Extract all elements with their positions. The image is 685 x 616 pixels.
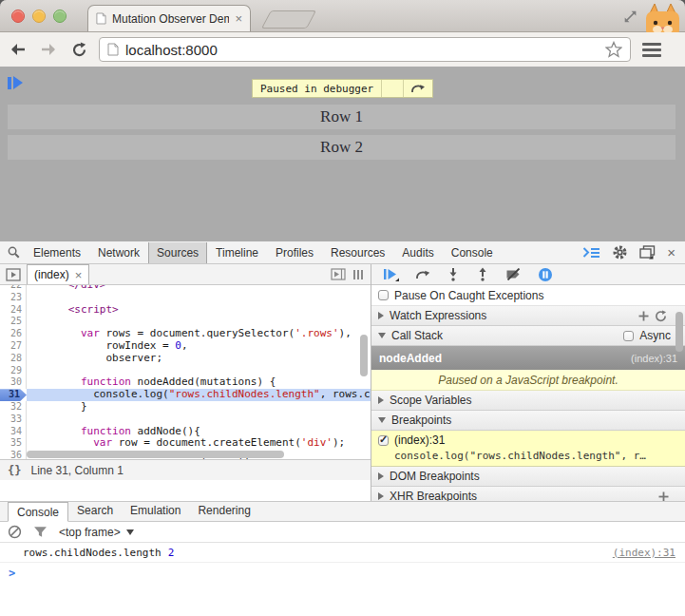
- devtools-tab-elements[interactable]: Elements: [25, 242, 89, 263]
- drawer-tab-rendering[interactable]: Rendering: [189, 501, 258, 521]
- address-bar[interactable]: localhost:8000: [99, 37, 631, 62]
- pretty-print-icon[interactable]: {}: [8, 464, 21, 477]
- code-line-28[interactable]: observer;: [27, 353, 371, 365]
- new-tab-button[interactable]: [261, 10, 316, 29]
- gutter-line-34[interactable]: 34: [0, 426, 27, 438]
- gutter-line-29[interactable]: 29: [0, 365, 27, 377]
- dock-side-icon[interactable]: [639, 245, 656, 260]
- tab-strip: Mutation Observer Demo ×: [0, 0, 685, 32]
- console-drawer-toggle-icon[interactable]: [582, 246, 600, 259]
- breakpoints-header[interactable]: Breakpoints: [371, 411, 685, 431]
- watch-expressions-label: Watch Expressions: [390, 309, 486, 322]
- devtools-close-icon[interactable]: ×: [667, 245, 675, 260]
- chrome-menu-icon[interactable]: [642, 43, 661, 57]
- resume-button[interactable]: [383, 268, 399, 281]
- breakpoint-marker-line-31[interactable]: 31: [0, 389, 27, 401]
- breakpoint-checkbox[interactable]: [378, 435, 389, 446]
- chevron-right-icon: [378, 492, 384, 500]
- file-tab-index[interactable]: (index) ×: [27, 264, 89, 284]
- console-drawer: Console Search Emulation Rendering <top …: [0, 501, 685, 616]
- code-line-24[interactable]: <script>: [27, 304, 371, 317]
- step-into-button[interactable]: [447, 267, 460, 281]
- gutter-line-32[interactable]: 32: [0, 401, 27, 414]
- bookmark-star-icon[interactable]: [605, 41, 622, 58]
- devtools-tab-profiles[interactable]: Profiles: [267, 242, 322, 263]
- deactivate-breakpoints-button[interactable]: [505, 268, 522, 280]
- gutter-line-36[interactable]: 36: [0, 450, 27, 459]
- zoom-window-button[interactable]: [53, 10, 67, 23]
- close-window-button[interactable]: [11, 10, 25, 23]
- async-checkbox[interactable]: [623, 331, 634, 341]
- editor-horizontal-scrollbar[interactable]: [27, 451, 357, 458]
- gutter-line-35[interactable]: 35: [0, 437, 27, 450]
- chevron-down-icon: [126, 529, 134, 535]
- chevron-right-icon: [378, 396, 384, 404]
- gutter-line-22[interactable]: 22: [0, 285, 27, 292]
- frame-selector[interactable]: <top frame>: [59, 526, 134, 539]
- console-log-row[interactable]: rows.childNodes.length 2 (index):31: [0, 543, 685, 563]
- gutter-line-24[interactable]: 24: [0, 304, 27, 317]
- call-stack-header[interactable]: Call Stack Async: [371, 326, 685, 346]
- step-out-button[interactable]: [476, 267, 489, 281]
- tab-title: Mutation Observer Demo: [112, 12, 229, 26]
- reload-button[interactable]: [67, 37, 91, 62]
- resume-script-icon[interactable]: [404, 80, 432, 97]
- navigator-toggle-icon[interactable]: [6, 268, 21, 281]
- code-line-32[interactable]: }: [27, 401, 371, 414]
- sidebar-scrollbar[interactable]: [675, 312, 683, 352]
- devtools-tab-audits[interactable]: Audits: [393, 242, 442, 263]
- breakpoint-entry[interactable]: (index):31 console.log("rows.childNodes.…: [371, 431, 685, 467]
- paused-banner-text: Paused in debugger: [253, 80, 382, 97]
- code-line-22[interactable]: </div>: [27, 285, 371, 292]
- editor-vertical-scrollbar[interactable]: [360, 335, 368, 376]
- forward-button[interactable]: [36, 37, 61, 62]
- clear-console-icon[interactable]: [8, 525, 22, 539]
- frame-function-name: nodeAdded: [379, 352, 631, 365]
- devtools-tab-timeline[interactable]: Timeline: [207, 242, 267, 263]
- devtools-tab-network[interactable]: Network: [89, 242, 148, 263]
- tab-close-icon[interactable]: ×: [235, 12, 242, 25]
- gutter-line-27[interactable]: 27: [0, 340, 27, 353]
- add-xhr-breakpoint-icon[interactable]: [658, 491, 669, 502]
- step-over-button[interactable]: [415, 269, 430, 280]
- browser-toolbar: localhost:8000: [0, 32, 685, 67]
- refresh-watch-icon[interactable]: [655, 310, 667, 322]
- minimize-window-button[interactable]: [32, 10, 46, 23]
- page-doc-icon: [107, 43, 119, 56]
- console-log-source-link[interactable]: (index):31: [613, 547, 675, 559]
- dom-breakpoints-header[interactable]: DOM Breakpoints: [371, 467, 685, 487]
- call-stack-frame[interactable]: nodeAdded (index):31: [371, 346, 685, 370]
- fullscreen-icon[interactable]: [622, 9, 638, 25]
- gutter-line-25[interactable]: 25: [0, 316, 27, 328]
- breakpoint-code: console.log("rows.childNodes.length", r…: [378, 447, 685, 462]
- gutter-line-33[interactable]: 33: [0, 414, 27, 426]
- gutter-line-28[interactable]: 28: [0, 353, 27, 365]
- pause-on-caught-checkbox[interactable]: [378, 290, 389, 300]
- drawer-tab-console[interactable]: Console: [8, 502, 68, 522]
- pretty-print-pane-icon[interactable]: [331, 268, 346, 280]
- devtools-tab-console[interactable]: Console: [443, 242, 502, 263]
- watch-expressions-header[interactable]: Watch Expressions: [371, 306, 685, 326]
- pause-on-exceptions-button[interactable]: [538, 267, 553, 282]
- settings-gear-icon[interactable]: [612, 244, 628, 260]
- filter-icon[interactable]: [33, 526, 48, 538]
- gutter-line-26[interactable]: 26: [0, 328, 27, 340]
- demo-row: Row 1: [8, 105, 675, 129]
- page-doc-icon: [96, 12, 106, 25]
- console-prompt[interactable]: >: [0, 563, 685, 583]
- search-icon[interactable]: [7, 245, 21, 260]
- devtools-tab-resources[interactable]: Resources: [322, 242, 393, 263]
- drawer-tab-emulation[interactable]: Emulation: [122, 501, 189, 521]
- gutter-line-23[interactable]: 23: [0, 292, 27, 304]
- browser-tab[interactable]: Mutation Observer Demo ×: [87, 5, 251, 31]
- devtools-tab-sources[interactable]: Sources: [148, 242, 207, 263]
- scope-variables-header[interactable]: Scope Variables: [371, 391, 685, 411]
- panel-layout-icon[interactable]: [353, 270, 363, 279]
- code-editor[interactable]: </div> <script> var rows = document.quer…: [0, 285, 371, 459]
- add-watch-icon[interactable]: [638, 311, 649, 321]
- gutter-line-30[interactable]: 30: [0, 376, 27, 389]
- drawer-tab-search[interactable]: Search: [68, 501, 122, 521]
- file-tab-close-icon[interactable]: ×: [75, 269, 83, 281]
- play-icon[interactable]: [8, 76, 23, 89]
- back-button[interactable]: [6, 37, 30, 62]
